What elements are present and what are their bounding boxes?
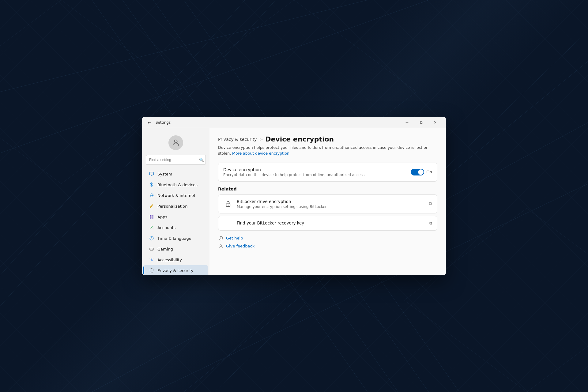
minimize-button[interactable]: ─	[400, 117, 414, 128]
avatar	[168, 135, 183, 150]
svg-rect-18	[152, 215, 153, 217]
back-button[interactable]: ←	[146, 119, 153, 126]
recovery-key-card[interactable]: Find your BitLocker recovery key ⧉	[218, 216, 437, 231]
recovery-key-info: Find your BitLocker recovery key	[237, 221, 429, 226]
give-feedback-link[interactable]: Give feedback	[218, 243, 437, 249]
svg-point-24	[151, 258, 152, 258]
get-help-icon	[218, 236, 224, 241]
breadcrumb-separator: >	[259, 137, 263, 142]
svg-point-15	[174, 140, 177, 143]
bitlocker-desc: Manage your encryption settings using Bi…	[237, 205, 429, 209]
search-box: 🔍	[146, 155, 206, 165]
device-encryption-card: Device encryption Encrypt data on this d…	[218, 163, 437, 182]
accessibility-icon	[149, 257, 154, 262]
breadcrumb: Privacy & security > Device encryption	[218, 135, 437, 143]
sidebar-item-accessibility[interactable]: Accessibility	[144, 254, 208, 265]
more-about-link[interactable]: More about device encryption	[232, 151, 289, 156]
breadcrumb-link[interactable]: Privacy & security	[218, 137, 257, 142]
svg-point-21	[151, 226, 152, 228]
system-icon	[149, 171, 154, 177]
bluetooth-icon	[149, 182, 154, 187]
bitlocker-icon	[223, 199, 233, 209]
window-title: Settings	[156, 120, 400, 125]
title-bar: ← Settings ─ ⧉ ✕	[142, 117, 446, 128]
sidebar-item-label-gaming: Gaming	[157, 247, 203, 251]
svg-point-27	[228, 205, 229, 205]
accounts-icon	[149, 225, 154, 230]
external-link-icon: ⧉	[429, 201, 432, 206]
get-help-link[interactable]: Get help	[218, 236, 437, 241]
bitlocker-card[interactable]: BitLocker drive encryption Manage your e…	[218, 194, 437, 213]
device-encryption-title: Device encryption	[223, 167, 411, 172]
sidebar-item-gaming[interactable]: Gaming	[144, 244, 208, 254]
page-description: Device encryption helps protect your fil…	[218, 145, 437, 156]
maximize-button[interactable]: ⧉	[414, 117, 428, 128]
personalization-icon	[149, 203, 154, 209]
sidebar-item-label-time: Time & language	[157, 236, 203, 241]
svg-rect-17	[150, 215, 151, 217]
sidebar-item-label-accessibility: Accessibility	[157, 258, 203, 262]
sidebar-item-label-personalization: Personalization	[157, 204, 203, 209]
recovery-key-title: Find your BitLocker recovery key	[237, 221, 429, 225]
sidebar-item-label-system: System	[157, 172, 203, 176]
main-panel: Privacy & security > Device encryption D…	[209, 128, 446, 275]
help-links: Get help Give feedback	[218, 236, 437, 249]
bitlocker-title: BitLocker drive encryption	[237, 199, 429, 204]
nav-list: System Bluetooth & devices Network & int…	[142, 168, 209, 275]
sidebar-item-time[interactable]: Time & language	[144, 233, 208, 243]
network-icon	[149, 193, 154, 198]
sidebar-item-bluetooth[interactable]: Bluetooth & devices	[144, 179, 208, 190]
sidebar-item-privacy[interactable]: Privacy & security	[144, 265, 208, 275]
toggle-container: On	[411, 169, 432, 175]
sidebar-item-label-bluetooth: Bluetooth & devices	[157, 183, 203, 187]
svg-point-29	[220, 244, 221, 246]
sidebar-item-label-network: Network & internet	[157, 193, 203, 198]
search-input[interactable]	[146, 155, 206, 165]
apps-icon	[149, 214, 154, 220]
avatar-container	[142, 132, 209, 155]
sidebar-item-system[interactable]: System	[144, 169, 208, 179]
svg-rect-19	[150, 217, 151, 219]
sidebar-item-personalization[interactable]: Personalization	[144, 201, 208, 211]
toggle-label: On	[427, 170, 432, 174]
privacy-icon	[149, 268, 154, 273]
svg-line-6	[0, 0, 368, 92]
settings-window: ← Settings ─ ⧉ ✕ 🔍	[142, 117, 446, 275]
svg-rect-23	[149, 248, 153, 251]
bitlocker-info: BitLocker drive encryption Manage your e…	[237, 199, 429, 209]
close-button[interactable]: ✕	[428, 117, 442, 128]
sidebar-item-label-privacy: Privacy & security	[157, 268, 203, 273]
gaming-icon	[149, 246, 154, 252]
device-encryption-toggle[interactable]	[411, 169, 424, 175]
search-icon[interactable]: 🔍	[199, 158, 204, 162]
sidebar-item-accounts[interactable]: Accounts	[144, 222, 208, 233]
sidebar-item-network[interactable]: Network & internet	[144, 190, 208, 201]
external-link-icon-2: ⧉	[429, 221, 432, 226]
device-encryption-desc: Encrypt data on this device to help prot…	[223, 173, 411, 177]
related-section-label: Related	[218, 187, 437, 191]
sidebar-item-label-apps: Apps	[157, 215, 203, 219]
sidebar: 🔍 System Bluetooth & devices Network & i…	[142, 128, 209, 275]
device-encryption-info: Device encryption Encrypt data on this d…	[223, 167, 411, 177]
svg-rect-20	[152, 217, 153, 219]
sidebar-item-apps[interactable]: Apps	[144, 212, 208, 222]
page-title: Device encryption	[265, 135, 334, 143]
window-controls: ─ ⧉ ✕	[400, 117, 442, 128]
time-icon	[149, 236, 154, 241]
svg-rect-16	[149, 172, 153, 175]
give-feedback-icon	[218, 243, 224, 249]
sidebar-item-label-accounts: Accounts	[157, 225, 203, 230]
window-body: 🔍 System Bluetooth & devices Network & i…	[142, 128, 446, 275]
